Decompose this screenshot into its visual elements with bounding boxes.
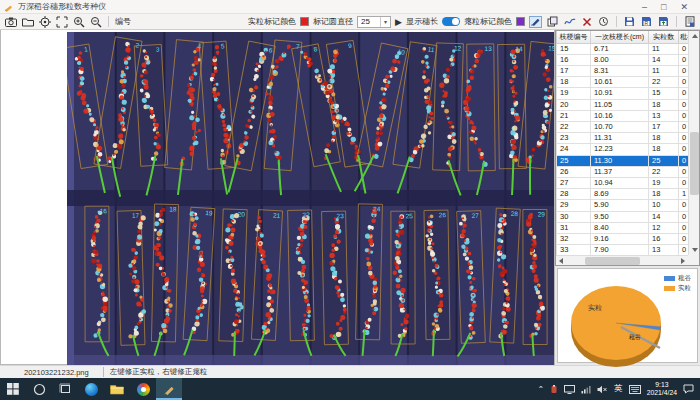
- circle-diameter-value: 25: [361, 17, 370, 26]
- table-row[interactable]: 2511.30250: [557, 155, 690, 166]
- volume-muted-icon[interactable]: [597, 385, 608, 394]
- grain-analyzer-app-icon[interactable]: [156, 378, 182, 400]
- target-icon[interactable]: [38, 16, 51, 28]
- save-report-icon[interactable]: R: [640, 16, 653, 28]
- svg-text:实粒: 实粒: [588, 304, 602, 311]
- toolbar-separator: [616, 16, 617, 27]
- table-row[interactable]: 2710.94190: [557, 177, 690, 188]
- horizontal-scrollbar[interactable]: [556, 255, 688, 265]
- vertical-scrollbar[interactable]: [688, 31, 699, 255]
- image-canvas[interactable]: 1234567891011121314151617181920212223242…: [0, 30, 555, 365]
- ime-indicator[interactable]: 英: [614, 383, 623, 395]
- play-button[interactable]: ▶: [395, 17, 402, 27]
- task-view-button[interactable]: [52, 378, 78, 400]
- svg-text:19: 19: [205, 209, 213, 216]
- pie-svg: 实粒秕谷: [558, 271, 697, 367]
- scroll-down-arrow[interactable]: [689, 245, 700, 255]
- column-header[interactable]: 实粒数: [649, 31, 679, 43]
- circle-diameter-label: 标记圆直径: [313, 16, 353, 27]
- minimize-button[interactable]: –: [642, 1, 647, 13]
- svg-text:28: 28: [511, 210, 519, 217]
- table-row[interactable]: 2011.05180: [557, 99, 690, 110]
- table-row[interactable]: 156.71110: [557, 43, 690, 54]
- display-icon[interactable]: [564, 385, 575, 394]
- camera-icon[interactable]: [4, 16, 17, 28]
- report-icon[interactable]: [683, 16, 696, 28]
- column-header[interactable]: 枝梗编号: [557, 31, 591, 43]
- svg-text:16: 16: [100, 207, 108, 214]
- svg-text:24: 24: [373, 205, 381, 212]
- export-icon[interactable]: [657, 16, 670, 28]
- svg-text:秕谷: 秕谷: [629, 334, 641, 341]
- circle-diameter-select[interactable]: 25 ▾: [357, 16, 391, 28]
- table-row[interactable]: 295.90100: [557, 200, 690, 211]
- pencil-edit-icon[interactable]: [529, 16, 542, 28]
- scroll-left-arrow[interactable]: [556, 256, 566, 266]
- touch-keyboard-icon[interactable]: [629, 385, 641, 394]
- table-row[interactable]: 318.40120: [557, 222, 690, 233]
- taskbar-clock[interactable]: 9:13 2021/4/24: [647, 381, 677, 397]
- table-row[interactable]: 2210.70170: [557, 121, 690, 132]
- cortana-search-button[interactable]: [26, 378, 52, 400]
- table-row[interactable]: 329.16160: [557, 233, 690, 244]
- table-row[interactable]: 288.69181: [557, 189, 690, 200]
- tray-date: 2021/4/24: [647, 389, 677, 397]
- svg-text:22: 22: [302, 211, 310, 218]
- svg-text:13: 13: [485, 45, 493, 52]
- close-button[interactable]: ✕: [680, 1, 688, 13]
- copy-icon[interactable]: [546, 16, 559, 28]
- filled-color-label: 实粒标记颜色: [248, 16, 296, 27]
- action-center-icon[interactable]: [683, 384, 694, 394]
- network-icon[interactable]: [581, 385, 591, 394]
- table-row[interactable]: 178.31110: [557, 65, 690, 76]
- table-row[interactable]: 2311.31180: [557, 133, 690, 144]
- show-length-toggle[interactable]: [442, 17, 460, 26]
- chevron-down-icon[interactable]: ▾: [380, 17, 390, 27]
- svg-text:29: 29: [538, 210, 546, 217]
- usb-device-icon[interactable]: [550, 385, 558, 394]
- undo-history-icon[interactable]: [597, 16, 610, 28]
- table-row[interactable]: 309.50140: [557, 211, 690, 222]
- scroll-right-arrow[interactable]: [678, 256, 688, 266]
- file-explorer-icon[interactable]: [104, 378, 130, 400]
- open-folder-icon[interactable]: [21, 16, 34, 28]
- scroll-up-arrow[interactable]: [689, 31, 700, 41]
- fit-screen-icon[interactable]: [55, 16, 68, 28]
- spline-icon[interactable]: [563, 16, 576, 28]
- horizontal-scroll-thumb[interactable]: [585, 257, 640, 265]
- toolbar: 编号 实粒标记颜色 标记圆直径 25 ▾ ▶ 显示穗长 瘪粒标记颜色: [0, 14, 700, 30]
- delete-icon[interactable]: [580, 16, 593, 28]
- zoom-in-icon[interactable]: [72, 16, 85, 28]
- maximize-button[interactable]: □: [661, 1, 666, 13]
- scrollbar-corner: [688, 255, 699, 265]
- tray-time: 9:13: [647, 381, 677, 389]
- number-button[interactable]: 编号: [115, 16, 131, 27]
- titlebar: 万深稻谷穗形粒数考种仪 – □ ✕: [0, 0, 700, 14]
- zoom-out-icon[interactable]: [89, 16, 102, 28]
- tray-expand-icon[interactable]: ⌃: [538, 385, 545, 394]
- app-window: 万深稻谷穗形粒数考种仪 – □ ✕ 编号 实粒标记颜色 标记圆: [0, 0, 700, 400]
- table-row[interactable]: 1810.61220: [557, 77, 690, 88]
- start-button[interactable]: [0, 378, 26, 400]
- svg-text:11: 11: [427, 45, 435, 53]
- table-row[interactable]: 168.00140: [557, 54, 690, 65]
- column-header[interactable]: 一次枝梗长(cm): [591, 31, 649, 43]
- table-row[interactable]: 2412.23180: [557, 144, 690, 155]
- table-row[interactable]: 1910.91150: [557, 88, 690, 99]
- table-row[interactable]: 2611.37220: [557, 166, 690, 177]
- table-header-row: 枝梗编号一次枝梗长(cm)实粒数秕谷: [557, 31, 690, 43]
- svg-text:27: 27: [471, 212, 479, 219]
- grain-table: 枝梗编号一次枝梗长(cm)实粒数秕谷 156.71110168.00140178…: [556, 31, 690, 266]
- browser-icon[interactable]: [130, 378, 156, 400]
- main-area: 1234567891011121314151617181920212223242…: [0, 30, 700, 365]
- svg-text:14: 14: [515, 45, 523, 52]
- table-row[interactable]: 2110.16130: [557, 110, 690, 121]
- specimen-photo[interactable]: 1234567891011121314151617181920212223242…: [67, 32, 554, 365]
- filled-color-swatch[interactable]: [300, 17, 309, 26]
- vertical-scroll-thumb[interactable]: [690, 132, 699, 195]
- right-panel: 枝梗编号一次枝梗长(cm)实粒数秕谷 156.71110168.00140178…: [555, 30, 700, 365]
- empty-color-swatch[interactable]: [516, 17, 525, 26]
- edge-browser-icon[interactable]: [78, 378, 104, 400]
- window-title: 万深稻谷穗形粒数考种仪: [18, 1, 642, 12]
- save-icon[interactable]: [623, 16, 636, 28]
